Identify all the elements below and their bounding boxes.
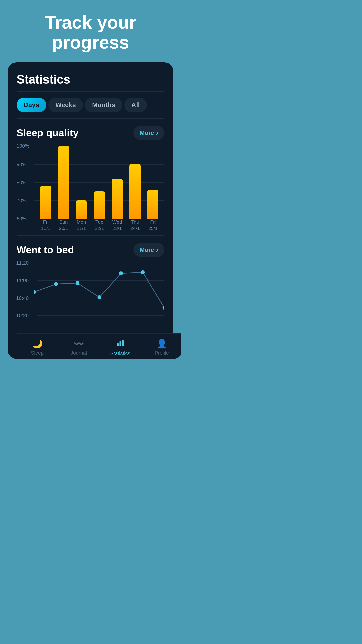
bar-col (55, 146, 72, 219)
bar-label: Sun20/1 (55, 219, 72, 231)
went-to-bed-chart: 11:20 11:00 10:40 10:20 (17, 263, 164, 328)
bottom-nav: 🌙 Sleep 〰️ Journal Statistics 👤 Profile (17, 333, 181, 359)
sleep-quality-title: Sleep quality (17, 127, 79, 139)
wave-icon: 〰️ (74, 339, 84, 349)
svg-point-6 (162, 306, 164, 310)
divider-2 (17, 118, 164, 119)
went-to-bed-title: Went to bed (17, 244, 74, 256)
main-card: Statistics Days Weeks Months All Sleep q… (8, 62, 173, 359)
tab-all[interactable]: All (124, 98, 147, 112)
bar (94, 191, 105, 219)
bar-label: Thu24/1 (126, 219, 144, 231)
bar-label: Wed23/1 (108, 219, 126, 231)
bar-col (72, 200, 90, 219)
person-icon: 👤 (157, 339, 167, 349)
bar-label: Tue22/1 (90, 219, 108, 231)
tab-days[interactable]: Days (17, 98, 46, 112)
svg-rect-9 (122, 340, 124, 346)
sleep-quality-chart: 100% 90% 80% 70% 60% Fri18/1Sun20/ (17, 146, 164, 231)
nav-journal-label: Journal (71, 350, 87, 356)
nav-profile[interactable]: 👤 Profile (141, 339, 181, 356)
tab-weeks[interactable]: Weeks (48, 98, 83, 112)
svg-rect-7 (117, 343, 119, 346)
nav-journal[interactable]: 〰️ Journal (58, 339, 100, 356)
page-title: Statistics (17, 72, 164, 86)
svg-point-2 (76, 281, 79, 285)
bar-col (144, 190, 162, 219)
bar (129, 164, 141, 219)
bar-label: Fri18/1 (37, 219, 55, 231)
svg-point-4 (119, 271, 123, 275)
divider-1 (17, 91, 164, 92)
nav-statistics[interactable]: Statistics (100, 339, 141, 356)
bar-label: Mon21/1 (72, 219, 90, 231)
svg-rect-8 (119, 341, 121, 346)
bar-labels: Fri18/1Sun20/1Mon21/1Tue22/1Wed23/1Thu24… (34, 219, 164, 231)
svg-point-1 (54, 282, 58, 286)
bar-col (108, 179, 126, 219)
line-chart-svg (34, 263, 164, 316)
nav-sleep[interactable]: 🌙 Sleep (17, 339, 58, 356)
tab-months[interactable]: Months (85, 98, 122, 112)
svg-point-3 (97, 295, 101, 299)
svg-point-0 (34, 290, 36, 294)
hero-title: Track your progress (0, 0, 181, 62)
went-to-bed-header: Went to bed More (17, 243, 164, 257)
bar-col (126, 164, 144, 219)
bars-area (34, 146, 164, 219)
svg-point-5 (141, 270, 145, 274)
nav-profile-label: Profile (155, 350, 169, 356)
bar-col (90, 191, 108, 219)
bar (112, 179, 123, 219)
sleep-quality-header: Sleep quality More (17, 126, 164, 140)
tab-row: Days Weeks Months All (17, 98, 164, 112)
bar (76, 200, 87, 219)
bar (40, 186, 51, 219)
sleep-quality-more-button[interactable]: More (133, 126, 164, 140)
bar (147, 190, 158, 219)
bar (58, 146, 69, 219)
moon-icon: 🌙 (32, 339, 43, 349)
divider-3 (17, 235, 164, 236)
nav-sleep-label: Sleep (31, 350, 44, 356)
bar-col (37, 186, 55, 219)
bar-label: Fri25/1 (144, 219, 162, 231)
bar-chart-icon (116, 339, 125, 349)
nav-statistics-label: Statistics (110, 351, 130, 356)
went-to-bed-more-button[interactable]: More (133, 243, 164, 257)
